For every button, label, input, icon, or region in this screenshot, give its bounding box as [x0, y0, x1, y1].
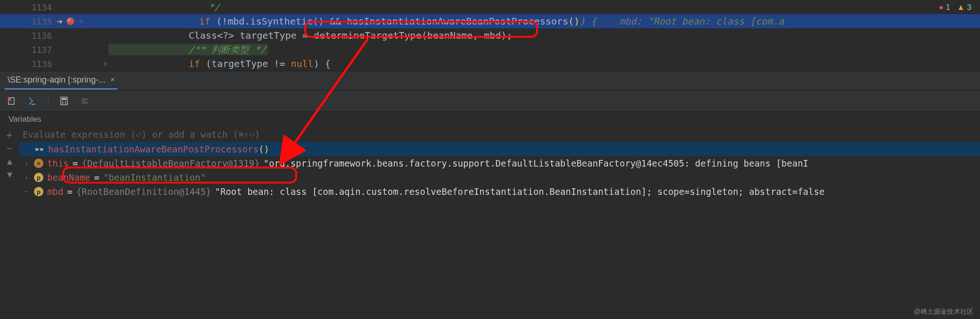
- var-type: {DefaultListableBeanFactory@1319}: [82, 158, 260, 168]
- debug-session-tab[interactable]: \SE:spring-aqin [:spring-... ×: [5, 71, 117, 90]
- error-count[interactable]: ● 1: [938, 3, 950, 12]
- var-name: this: [47, 158, 69, 168]
- fold-marker-icon[interactable]: ⊖: [78, 17, 84, 25]
- side-controls: ＋ － ▴ ▾: [0, 127, 19, 199]
- equals: =: [94, 172, 100, 183]
- move-up-icon[interactable]: ▴: [7, 156, 12, 167]
- editor-status-badges: ● 1 ▲ 3: [938, 3, 972, 12]
- var-value: "Root bean: class [com.aqin.custom.resol…: [215, 186, 825, 197]
- code-text: (): [568, 16, 580, 27]
- equals: =: [73, 158, 78, 168]
- variable-row-this[interactable]: › ≡ this = {DefaultListableBeanFactory@1…: [19, 156, 980, 170]
- svg-point-8: [62, 102, 64, 104]
- keyword-if: if: [189, 58, 206, 69]
- separator: [48, 95, 49, 107]
- field-icon: ≡: [34, 159, 43, 168]
- current-execution-line[interactable]: 1135 ➔ ⊖ if (!mbd.isSynthetic() && hasIn…: [0, 14, 980, 28]
- equals: =: [67, 186, 72, 197]
- calculator-icon[interactable]: [59, 96, 69, 106]
- remove-icon[interactable]: －: [4, 143, 15, 153]
- move-down-icon[interactable]: ▾: [7, 169, 12, 180]
- variable-row-beanname[interactable]: › p beanName = "beanInstantiation": [19, 170, 980, 185]
- watch-parens: (): [258, 144, 269, 154]
- fold-marker-icon[interactable]: ⊖: [102, 60, 108, 67]
- variables-panel-header: Variables: [0, 111, 980, 127]
- highlighted-method-call: hasInstantiationAwareBeanPostProcessors: [347, 16, 568, 27]
- svg-point-6: [62, 101, 64, 102]
- breakpoint-icon[interactable]: [66, 17, 74, 25]
- keyword-null: null: [291, 58, 314, 69]
- glasses-icon: 👓: [34, 144, 44, 154]
- close-icon[interactable]: ×: [110, 76, 115, 84]
- line-number[interactable]: 1134: [0, 2, 61, 12]
- svg-point-9: [65, 102, 66, 104]
- toggle-view-icon[interactable]: [80, 96, 90, 106]
- var-type: {RootBeanDefinition@1445}: [76, 186, 211, 197]
- tab-label: \SE:spring-aqin [:spring-...: [8, 75, 106, 85]
- watermark: @稀土掘金技术社区: [914, 308, 973, 316]
- line-number[interactable]: 1136: [0, 31, 61, 41]
- code-text: ) {: [314, 58, 331, 69]
- add-icon[interactable]: ＋: [4, 130, 15, 140]
- evaluate-expression-input[interactable]: Evaluate expression (⏎) or add a watch (…: [19, 127, 980, 142]
- variable-row-mbd[interactable]: › p mbd = {RootBeanDefinition@1445} "Roo…: [19, 185, 980, 199]
- var-name: beanName: [47, 172, 91, 183]
- code-text: (targetType !=: [206, 58, 291, 69]
- var-value: "org.springframework.beans.factory.suppo…: [264, 158, 808, 168]
- inlay-hint: mbd: "Root bean: class [com.a: [619, 16, 784, 27]
- param-icon: p: [34, 187, 43, 196]
- variables-panel: ＋ － ▴ ▾ Evaluate expression (⏎) or add a…: [0, 127, 980, 199]
- svg-rect-5: [62, 98, 66, 100]
- svg-point-7: [65, 101, 66, 102]
- param-icon: p: [34, 173, 43, 182]
- warning-count[interactable]: ▲ 3: [957, 3, 972, 12]
- expand-icon[interactable]: ›: [23, 160, 30, 167]
- remove-watch-icon[interactable]: [7, 96, 17, 106]
- new-watch-icon[interactable]: [27, 96, 38, 106]
- code-text: ) {: [580, 16, 619, 27]
- watch-expression-name: hasInstantiationAwareBeanPostProcessors: [48, 144, 258, 154]
- expand-icon[interactable]: ›: [23, 174, 30, 181]
- variables-toolbar: [0, 90, 980, 111]
- comment-block: /** 判断类型 */: [108, 44, 268, 55]
- code-text: (!mbd.isSynthetic() &&: [216, 16, 347, 27]
- var-value: "beanInstantiation": [103, 172, 206, 183]
- line-number[interactable]: 1135: [0, 17, 61, 26]
- var-name: mbd: [47, 186, 63, 197]
- line-number[interactable]: 1138: [0, 59, 61, 69]
- line-number[interactable]: 1137: [0, 45, 61, 55]
- execution-pointer-icon: ➔: [57, 16, 63, 27]
- watch-row[interactable]: 👓 hasInstantiationAwareBeanPostProcessor…: [19, 142, 980, 156]
- code-editor[interactable]: 1134 */ 1135 ➔ ⊖ if (!mbd.isSynthetic() …: [0, 0, 980, 71]
- keyword-if: if: [199, 16, 216, 27]
- collapse-icon[interactable]: ›: [23, 188, 30, 195]
- debug-tabbar: \SE:spring-aqin [:spring-... ×: [0, 71, 980, 90]
